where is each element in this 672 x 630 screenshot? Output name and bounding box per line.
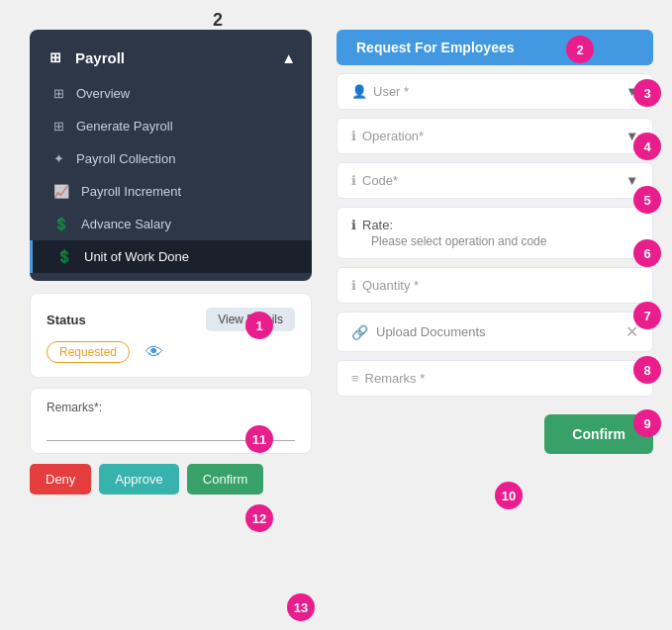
quantity-info-icon: ℹ: [351, 278, 356, 293]
quantity-field[interactable]: ℹ Quantity *: [336, 267, 653, 304]
sidebar-header: ⊞ Payroll ▲: [30, 38, 312, 77]
rate-field: ℹ Rate: Please select operation and code: [336, 207, 653, 259]
step-badge-7: 7: [633, 302, 661, 329]
left-panel: ⊞ Payroll ▲ ⊞ Overview ⊞ Generate Payrol…: [30, 30, 312, 495]
action-buttons: Deny Approve Confirm: [30, 464, 312, 495]
step-badge-2-right: 2: [566, 36, 594, 63]
step-badge-9: 9: [633, 409, 661, 437]
user-field-label: 👤 User *: [351, 84, 409, 99]
sidebar-item-payroll-collection-label: Payroll Collection: [76, 151, 175, 166]
sidebar-item-generate-payroll[interactable]: ⊞ Generate Payroll: [30, 110, 312, 142]
approve-button[interactable]: Approve: [99, 464, 178, 495]
request-for-employees-button[interactable]: Request For Employees: [336, 30, 653, 65]
status-bottom-row: Requested 👁: [47, 341, 295, 363]
step-badge-13: 13: [287, 593, 315, 621]
rate-info-icon: ℹ: [351, 218, 356, 232]
code-field[interactable]: ℹ Code* ▼: [336, 162, 653, 199]
rate-label: ℹ Rate:: [351, 218, 638, 232]
step-badge-8: 8: [633, 356, 661, 384]
sidebar-item-payroll-collection[interactable]: ✦ Payroll Collection: [30, 142, 312, 175]
step-badge-10: 10: [495, 482, 523, 509]
status-label: Status: [47, 313, 86, 327]
eye-icon[interactable]: 👁: [145, 342, 163, 363]
step-badge-4: 4: [633, 133, 661, 160]
sidebar-title: Payroll: [75, 49, 125, 66]
operation-field-label: ℹ Operation*: [351, 129, 424, 143]
quantity-field-label: ℹ Quantity *: [351, 278, 419, 293]
right-panel: Request For Employees 👤 User * ▼ ℹ Opera…: [336, 30, 653, 454]
sidebar-item-unit-of-work-label: Unit of Work Done: [84, 249, 189, 264]
step-badge-3: 3: [633, 79, 661, 107]
sidebar-item-unit-of-work[interactable]: 💲 Unit of Work Done: [30, 240, 312, 273]
step-badge-6: 6: [633, 239, 661, 267]
payroll-icon: ⊞: [46, 47, 65, 67]
advance-salary-icon: 💲: [53, 217, 69, 231]
sidebar-item-overview[interactable]: ⊞ Overview: [30, 77, 312, 110]
payroll-increment-icon: 📈: [53, 184, 69, 199]
remarks-icon: ≡: [351, 371, 359, 386]
user-info-icon: 👤: [351, 84, 367, 99]
step-badge-5: 5: [633, 186, 661, 214]
sidebar: ⊞ Payroll ▲ ⊞ Overview ⊞ Generate Payrol…: [30, 30, 312, 281]
user-field[interactable]: 👤 User * ▼: [336, 73, 653, 110]
upload-field[interactable]: 🔗 Upload Documents ✕: [336, 312, 653, 352]
upload-label: Upload Documents: [376, 324, 486, 339]
sidebar-item-advance-salary-label: Advance Salary: [81, 217, 171, 231]
deny-button[interactable]: Deny: [30, 464, 91, 495]
generate-payroll-icon: ⊞: [53, 119, 64, 134]
code-chevron-icon: ▼: [625, 173, 638, 188]
remarks-label: Remarks*:: [47, 401, 295, 414]
chevron-up-icon: ▲: [281, 49, 296, 66]
sidebar-item-payroll-increment[interactable]: 📈 Payroll Increment: [30, 175, 312, 208]
operation-info-icon: ℹ: [351, 129, 356, 143]
operation-field[interactable]: ℹ Operation* ▼: [336, 118, 653, 154]
sidebar-header-left: ⊞ Payroll: [46, 47, 125, 67]
code-field-label: ℹ Code*: [351, 173, 398, 188]
remarks-right-label: ≡ Remarks *: [351, 371, 425, 386]
overview-icon: ⊞: [53, 86, 64, 101]
step-badge-11: 11: [245, 425, 273, 453]
remarks-right-field[interactable]: ≡ Remarks *: [336, 360, 653, 397]
payroll-collection-icon: ✦: [53, 151, 64, 166]
upload-link-icon: 🔗: [351, 324, 368, 340]
sidebar-item-generate-payroll-label: Generate Payroll: [76, 119, 173, 134]
sidebar-item-payroll-increment-label: Payroll Increment: [81, 184, 181, 199]
step-badge-1: 1: [245, 312, 273, 339]
rate-hint: Please select operation and code: [371, 234, 638, 248]
unit-of-work-icon: 💲: [56, 249, 72, 264]
status-card: Status View Details Requested 👁: [30, 293, 312, 378]
upload-left: 🔗 Upload Documents: [351, 324, 486, 340]
top-step-number: 2: [213, 10, 223, 31]
confirm-bottom-button[interactable]: Confirm: [187, 464, 264, 495]
requested-badge: Requested: [47, 341, 130, 363]
sidebar-item-overview-label: Overview: [76, 86, 130, 101]
sidebar-item-advance-salary[interactable]: 💲 Advance Salary: [30, 208, 312, 240]
code-info-icon: ℹ: [351, 173, 356, 188]
step-badge-12: 12: [245, 504, 273, 532]
